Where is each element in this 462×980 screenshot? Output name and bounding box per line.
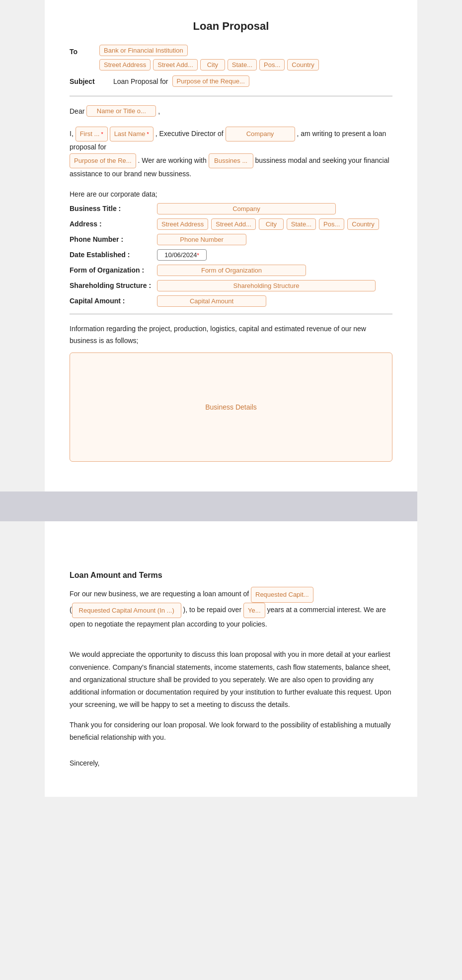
corporate-section: Here are our corporate data; Business Ti… <box>70 190 392 307</box>
to-street1-input[interactable]: Street Address <box>99 59 151 70</box>
to-address-row: Street Address Street Add... City State.… <box>99 59 319 70</box>
date-label: Date Established : <box>70 251 154 259</box>
addr-postal-input[interactable]: Pos... <box>319 218 344 230</box>
addr-city-input[interactable]: City <box>259 218 284 230</box>
loan-para-1: For our new business, we are requesting … <box>70 587 392 630</box>
address-label: Address : <box>70 220 154 228</box>
business-details-info: Information regarding the project, produ… <box>70 323 392 347</box>
business-title-row: Business Title : Company <box>70 203 392 214</box>
to-label: To <box>70 45 99 56</box>
capital-label: Capital Amount : <box>70 297 154 305</box>
form-row: Form of Organization : Form of Organizat… <box>70 265 392 276</box>
dear-row: Dear Name or Title o... , <box>70 105 392 117</box>
last-name-input[interactable]: Last Name <box>110 127 154 141</box>
to-postal-input[interactable]: Pos... <box>259 59 285 70</box>
intro-text2: . Wer are working with <box>138 156 207 164</box>
business-details-textarea[interactable]: Business Details <box>70 352 392 462</box>
addr-street2-input[interactable]: Street Add... <box>211 218 256 230</box>
to-state-input[interactable]: State... <box>228 59 257 70</box>
phone-row: Phone Number : Phone Number <box>70 234 392 245</box>
to-city-input[interactable]: City <box>200 59 225 70</box>
date-row: Date Established : 10/06/2024* <box>70 249 392 261</box>
divider-2 <box>70 314 392 314</box>
page-title: Loan Proposal <box>70 20 392 33</box>
name-title-input[interactable]: Name or Title o... <box>86 105 156 117</box>
address-row: Address : Street Address Street Add... C… <box>70 218 392 230</box>
shareholding-row: Shareholding Structure : Shareholding St… <box>70 280 392 291</box>
purpose2-input[interactable]: Purpose of the Re... <box>70 153 136 168</box>
dear-suffix: , <box>158 107 160 115</box>
subject-section: Subject Loan Proposal for Purpose of the… <box>70 75 392 87</box>
capital-row: Capital Amount : Capital Amount <box>70 295 392 307</box>
form-label: Form of Organization : <box>70 266 154 274</box>
corporate-header: Here are our corporate data; <box>70 190 392 198</box>
business-title-input[interactable]: Company <box>157 203 336 214</box>
page-2: Loan Amount and Terms For our new busine… <box>45 521 417 796</box>
to-fields: Bank or Financial Institution Street Add… <box>99 45 319 70</box>
addr-country-input[interactable]: Country <box>347 218 379 230</box>
requested-capital-words-input[interactable]: Requested Capital Amount (In ...) <box>72 603 181 618</box>
business-title-label: Business Title : <box>70 205 154 212</box>
phone-label: Phone Number : <box>70 235 154 243</box>
bank-institution-input[interactable]: Bank or Financial Institution <box>99 45 188 56</box>
phone-input[interactable]: Phone Number <box>157 234 246 245</box>
date-input[interactable]: 10/06/2024* <box>157 249 207 261</box>
divider-1 <box>70 96 392 96</box>
purpose-input[interactable]: Purpose of the Reque... <box>172 75 249 87</box>
company-input[interactable]: Company <box>226 127 295 141</box>
form-input[interactable]: Form of Organization <box>157 265 306 276</box>
capital-input[interactable]: Capital Amount <box>157 295 266 307</box>
loan-para1-mid: ), to be repaid over <box>183 606 242 614</box>
to-section: To Bank or Financial Institution Street … <box>70 45 392 70</box>
loan-para-2: We would appreciate the opportunity to d… <box>70 648 392 711</box>
page-1: Loan Proposal To Bank or Financial Insti… <box>45 0 417 491</box>
loan-para-3: Thank you for considering our loan propo… <box>70 719 392 744</box>
loan-para1-prefix: For our new business, we are requesting … <box>70 590 249 598</box>
subject-label: Subject <box>70 77 109 85</box>
intro-middle-text: , Executive Director of <box>155 130 224 138</box>
page-break <box>0 491 417 521</box>
business-details-section: Information regarding the project, produ… <box>70 323 392 462</box>
dear-prefix: Dear <box>70 107 84 115</box>
loan-section-title: Loan Amount and Terms <box>70 571 392 580</box>
years-input[interactable]: Ye... <box>243 603 265 618</box>
requested-capital-input[interactable]: Requested Capit... <box>251 587 313 602</box>
sincerely: Sincerely, <box>70 759 392 767</box>
to-country-input[interactable]: Country <box>287 59 319 70</box>
intro-prefix: I, <box>70 130 74 138</box>
addr-state-input[interactable]: State... <box>287 218 316 230</box>
intro-paragraph: I, First ... Last Name , Executive Direc… <box>70 127 392 180</box>
addr-street1-input[interactable]: Street Address <box>157 218 208 230</box>
subject-prefix: Loan Proposal for <box>113 77 168 85</box>
business-modal-input[interactable]: Bussines ... <box>209 153 253 168</box>
to-street2-input[interactable]: Street Add... <box>153 59 198 70</box>
shareholding-label: Shareholding Structure : <box>70 281 154 289</box>
shareholding-input[interactable]: Shareholding Structure <box>157 280 376 291</box>
first-name-input[interactable]: First ... <box>76 127 108 141</box>
